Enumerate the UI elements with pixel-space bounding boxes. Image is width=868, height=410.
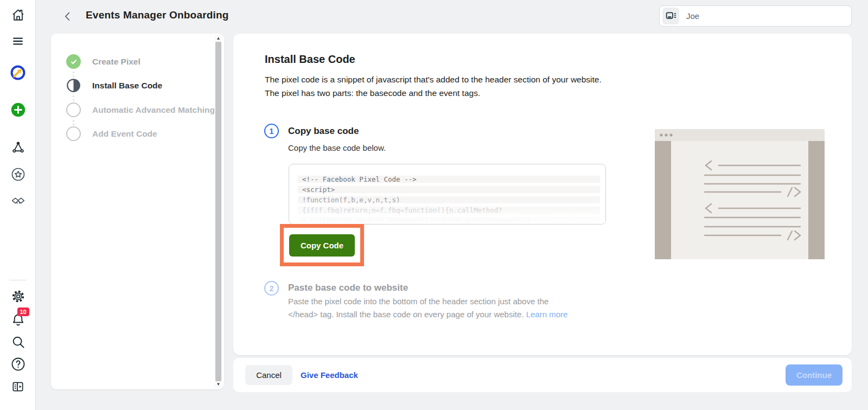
- left-icon-rail: 10: [0, 0, 36, 410]
- pixel-code-snippet-box[interactable]: <!-- Facebook Pixel Code --> <script> !f…: [289, 164, 606, 225]
- step-complete-check-icon: [66, 54, 81, 69]
- business-name-label: Joe: [686, 11, 699, 21]
- stepper-connector: [73, 95, 74, 103]
- collapse-panel-icon[interactable]: [0, 380, 36, 394]
- partnerships-handshake-icon[interactable]: [0, 195, 36, 209]
- step-2-title: Paste base code to website: [288, 283, 408, 293]
- rail-divider: [9, 280, 27, 280]
- top-bar: Events Manager Onboarding Joe: [36, 0, 868, 31]
- notification-count-badge: 10: [17, 308, 29, 316]
- home-icon[interactable]: [0, 8, 36, 22]
- back-button[interactable]: [60, 8, 76, 24]
- copy-code-button[interactable]: Copy Code: [289, 234, 355, 257]
- events-manager-onboarding-page: 10: [0, 0, 868, 410]
- code-fade-overlay: [289, 198, 605, 224]
- step-half-progress-icon: [66, 78, 81, 93]
- step-1-title: Copy base code: [288, 126, 359, 137]
- help-icon[interactable]: [0, 357, 36, 371]
- connections-icon[interactable]: [0, 140, 36, 155]
- settings-gear-icon[interactable]: [0, 289, 36, 304]
- install-base-code-card: Install Base Code The pixel code is a sn…: [233, 34, 852, 355]
- stepper-scrollbar[interactable]: ▲ ▼: [215, 35, 222, 388]
- browser-code-illustration: [655, 129, 825, 261]
- step-2-number-circle: 2: [264, 281, 279, 296]
- stepper-item-automatic-advanced-matching[interactable]: Automatic Advanced Matching: [66, 102, 215, 117]
- cancel-button[interactable]: Cancel: [245, 365, 292, 385]
- card-description: The pixel code is a snippet of javascrip…: [265, 73, 602, 100]
- page-title: Events Manager Onboarding: [86, 9, 229, 21]
- events-manager-logo-icon[interactable]: [0, 64, 36, 81]
- stepper-label: Create Pixel: [92, 57, 141, 67]
- onboarding-stepper-panel: Create Pixel Install Base Code Automatic…: [51, 34, 224, 389]
- scroll-up-icon[interactable]: ▲: [215, 36, 222, 41]
- stepper-label: Automatic Advanced Matching: [92, 105, 215, 115]
- give-feedback-link[interactable]: Give Feedback: [301, 370, 358, 380]
- stepper-label: Add Event Code: [92, 129, 157, 139]
- step-2-description: Paste the pixel code into the bottom of …: [288, 295, 567, 321]
- create-plus-icon[interactable]: [0, 102, 36, 118]
- continue-button[interactable]: Continue: [786, 364, 843, 386]
- stepper-item-add-event-code[interactable]: Add Event Code: [66, 126, 157, 141]
- learn-more-link[interactable]: Learn more: [526, 310, 568, 319]
- scrollbar-thumb[interactable]: [215, 42, 221, 381]
- business-selector[interactable]: Joe: [659, 5, 852, 27]
- stepper-item-install-base-code[interactable]: Install Base Code: [66, 78, 162, 93]
- step-1-subtitle: Copy the base code below.: [288, 143, 386, 152]
- favorites-star-icon[interactable]: [0, 167, 36, 182]
- menu-icon[interactable]: [0, 34, 36, 48]
- scroll-down-icon[interactable]: ▼: [215, 382, 222, 387]
- step-pending-circle-icon: [66, 102, 81, 117]
- notifications-bell-icon[interactable]: 10: [0, 312, 36, 329]
- card-title: Install Base Code: [265, 53, 355, 66]
- action-footer: Cancel Give Feedback Continue: [233, 358, 852, 392]
- stepper-label: Install Base Code: [92, 81, 162, 91]
- stepper-item-create-pixel[interactable]: Create Pixel: [66, 54, 141, 69]
- back-chevron-icon: [62, 10, 74, 22]
- search-icon[interactable]: [0, 335, 36, 349]
- business-icon: [662, 8, 679, 24]
- step-pending-circle-icon: [66, 126, 81, 141]
- step-1-number-circle: 1: [264, 124, 279, 138]
- copy-code-highlight-box: Copy Code: [280, 224, 364, 266]
